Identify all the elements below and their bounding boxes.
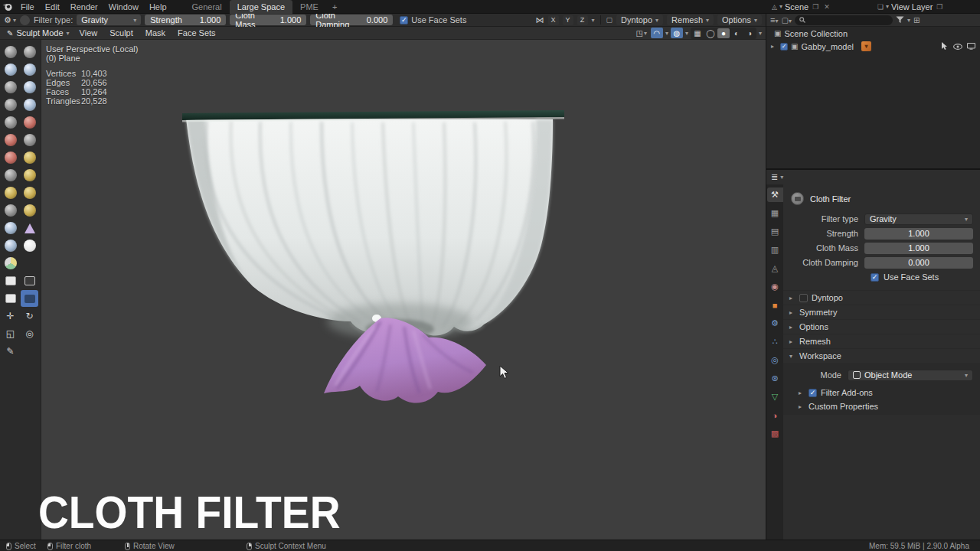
- strength-slider[interactable]: 1.000: [864, 228, 973, 240]
- menu-face-sets[interactable]: Face Sets: [172, 28, 221, 37]
- brush-clay[interactable]: [2, 61, 19, 78]
- properties-tab-material-icon[interactable]: ◑: [767, 408, 783, 422]
- brush-slide-relax[interactable]: [2, 220, 19, 236]
- outliner-display-mode-icon[interactable]: ≡▾: [770, 15, 778, 24]
- brush-fill[interactable]: [2, 132, 19, 148]
- shading-rendered-button[interactable]: ◑: [743, 28, 756, 38]
- properties-tab-scene-icon[interactable]: ◬: [767, 261, 783, 276]
- properties-tab-output-icon[interactable]: ▤: [767, 224, 783, 239]
- view-layer-selector[interactable]: ❏▾ View Layer ❐: [874, 1, 980, 13]
- properties-tab-particles-icon[interactable]: ∴: [767, 334, 783, 349]
- menu-sculpt[interactable]: Sculpt: [104, 28, 139, 37]
- section-dyntopo[interactable]: ▸ ✓ Dyntopo: [783, 290, 980, 305]
- menu-edit[interactable]: Edit: [40, 0, 65, 14]
- checkbox-unchecked-icon[interactable]: ✓: [799, 294, 808, 302]
- collection-checkbox-icon[interactable]: ✓: [780, 43, 788, 51]
- brush-draw-face-sets[interactable]: [21, 255, 38, 272]
- chevron-down-icon[interactable]: ▾: [780, 174, 783, 181]
- filter-type-dropdown[interactable]: Gravity ▾: [864, 214, 973, 225]
- selectable-pointer-icon[interactable]: [941, 42, 949, 51]
- expand-arrow-icon[interactable]: ▸: [771, 43, 777, 50]
- properties-tab-constraints-icon[interactable]: ⊛: [767, 371, 783, 386]
- tool-scale[interactable]: ◱: [2, 325, 19, 342]
- options-menu[interactable]: Options▾: [717, 15, 762, 25]
- xray-toggle-button[interactable]: ◍: [671, 28, 683, 38]
- outliner-row-scene-collection[interactable]: ▣ Scene Collection: [766, 27, 980, 40]
- menu-window[interactable]: Window: [103, 0, 144, 14]
- brush-mask[interactable]: [2, 255, 19, 272]
- shading-solid-wire-button[interactable]: ◯: [704, 28, 717, 38]
- add-workspace-button[interactable]: +: [326, 0, 343, 14]
- brush-thumb[interactable]: [2, 184, 19, 201]
- unlink-scene-icon[interactable]: ✕: [822, 3, 831, 11]
- mirror-x-button[interactable]: X: [548, 15, 559, 25]
- brush-layer[interactable]: [2, 79, 19, 96]
- show-gizmo-button[interactable]: ◳▾: [634, 28, 648, 38]
- new-view-layer-icon[interactable]: ❐: [935, 3, 944, 11]
- cloth-damping-slider[interactable]: 0.000: [864, 257, 973, 269]
- custom-properties-row[interactable]: ▸ Custom Properties: [783, 399, 980, 413]
- brush-pinch[interactable]: [2, 149, 19, 166]
- mode-selector[interactable]: ✎ Sculpt Mode ▾: [4, 28, 73, 37]
- properties-tab-object-icon[interactable]: ■: [767, 298, 783, 312]
- dyntopo-menu[interactable]: Dyntopo▾: [616, 15, 663, 25]
- outliner-options-icon[interactable]: ⊞: [913, 16, 920, 24]
- properties-tab-physics-icon[interactable]: ◎: [767, 353, 783, 367]
- menu-mask[interactable]: Mask: [140, 28, 171, 37]
- section-options[interactable]: ▸ Options: [783, 319, 980, 334]
- brush-draw[interactable]: [2, 44, 19, 60]
- mirror-y-button[interactable]: Y: [563, 15, 573, 25]
- brush-cloth[interactable]: [2, 237, 19, 254]
- outliner-search-input[interactable]: [795, 15, 893, 25]
- tool-box-mask[interactable]: [2, 272, 19, 289]
- tool-transform[interactable]: ◎: [21, 325, 38, 342]
- blender-logo-icon[interactable]: [0, 0, 15, 14]
- chevron-down-icon[interactable]: ▾: [665, 30, 668, 37]
- brush-scrape[interactable]: [21, 132, 38, 148]
- active-tool-icon-button[interactable]: ⚙▾: [4, 15, 16, 25]
- chevron-down-icon[interactable]: ▾: [685, 30, 688, 37]
- properties-tab-view-layer-icon[interactable]: ▥: [767, 243, 783, 257]
- filter-funnel-icon[interactable]: [896, 16, 904, 24]
- properties-tab-data-icon[interactable]: ▽: [767, 390, 783, 404]
- render-visibility-icon[interactable]: [967, 43, 975, 50]
- mirror-z-button[interactable]: Z: [577, 15, 588, 25]
- tool-move[interactable]: ✛: [2, 308, 19, 324]
- chevron-down-icon[interactable]: ▾: [592, 17, 595, 24]
- remesh-menu[interactable]: Remesh▾: [667, 15, 714, 25]
- shading-material-button[interactable]: ◐: [730, 28, 743, 38]
- brush-elastic-deform[interactable]: [2, 167, 19, 184]
- brush-snake-hook[interactable]: [21, 167, 38, 184]
- menu-render[interactable]: Render: [65, 0, 103, 14]
- falloff-icon[interactable]: ▢: [606, 16, 613, 24]
- object-mode-dropdown[interactable]: Object Mode ▾: [848, 370, 973, 381]
- show-overlays-button[interactable]: ◠: [651, 28, 663, 38]
- cloth-mass-slider[interactable]: Cloth Mass 1.000: [230, 15, 306, 25]
- outliner-row-gabby-model[interactable]: ▸ ✓ ▣ Gabby_model ▾: [766, 40, 980, 53]
- tool-cloth-filter-active[interactable]: [21, 290, 38, 307]
- strength-slider[interactable]: Strength 1.000: [145, 15, 226, 25]
- checkbox-checked-icon[interactable]: ✓: [808, 389, 817, 397]
- brush-pose[interactable]: [21, 184, 38, 201]
- mirror-icon[interactable]: ⋈: [536, 15, 544, 25]
- brush-smooth[interactable]: [2, 114, 19, 131]
- shading-wireframe-button[interactable]: ▦: [691, 28, 704, 38]
- tab-pme[interactable]: PME: [292, 0, 326, 14]
- properties-tab-render-icon[interactable]: ▦: [767, 206, 783, 220]
- menu-file[interactable]: File: [15, 0, 40, 14]
- section-remesh[interactable]: ▸ Remesh: [783, 334, 980, 348]
- section-workspace[interactable]: ▾ Workspace: [783, 348, 980, 363]
- visibility-eye-icon[interactable]: [953, 44, 962, 50]
- tab-large-space[interactable]: Large Space: [230, 0, 292, 14]
- editor-type-icon[interactable]: ≣: [771, 172, 778, 182]
- properties-tab-tool-icon[interactable]: ⚒: [767, 187, 783, 202]
- properties-tab-world-icon[interactable]: ◉: [767, 279, 783, 294]
- tool-box-hide[interactable]: [21, 272, 38, 289]
- outliner-filter-collection-icon[interactable]: ▢▾: [781, 16, 791, 24]
- brush-inflate[interactable]: [21, 79, 38, 96]
- chevron-down-icon[interactable]: ▾: [907, 17, 910, 24]
- use-face-sets-toggle[interactable]: ✓ Use Face Sets: [783, 270, 980, 284]
- brush-draw-sharp[interactable]: [21, 44, 38, 60]
- properties-tab-modifiers-icon[interactable]: ⚙: [767, 316, 783, 331]
- cloth-filter-panel-header[interactable]: Cloth Filter: [783, 189, 980, 211]
